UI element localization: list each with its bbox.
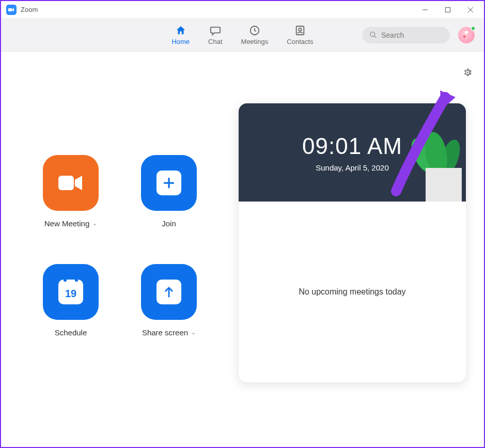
share-screen-label-row[interactable]: Share screen ⌄ [142, 328, 196, 337]
home-icon [175, 24, 187, 37]
action-share-screen: Share screen ⌄ [120, 264, 218, 337]
calendar-header: 09:01 AM Sunday, April 5, 2020 [239, 103, 466, 202]
action-new-meeting: New Meeting ⌄ [22, 155, 120, 228]
chevron-down-icon: ⌄ [92, 220, 97, 227]
svg-line-9 [374, 36, 376, 38]
calendar-ring-icon [64, 276, 67, 282]
contacts-icon [294, 24, 306, 37]
action-join: Join [120, 155, 218, 228]
minimize-button[interactable] [414, 2, 436, 18]
calendar-panel: 09:01 AM Sunday, April 5, 2020 No upcomi… [239, 52, 484, 447]
clock-icon [248, 24, 261, 37]
plus-icon [162, 176, 176, 190]
window-controls [414, 2, 482, 18]
share-screen-button[interactable] [141, 264, 197, 320]
chevron-down-icon: ⌄ [191, 329, 196, 336]
schedule-label: Schedule [55, 328, 87, 337]
tab-chat[interactable]: Chat [208, 24, 222, 45]
svg-rect-0 [8, 8, 12, 11]
tab-contacts-label: Contacts [287, 38, 313, 45]
tab-meetings-label: Meetings [241, 38, 269, 45]
calendar-card: 09:01 AM Sunday, April 5, 2020 No upcomi… [239, 103, 466, 382]
calendar-body: No upcoming meetings today [239, 202, 466, 382]
svg-point-7 [299, 28, 302, 31]
calendar-ring-icon [75, 276, 78, 282]
plant-illustration [415, 129, 462, 202]
tab-chat-label: Chat [208, 38, 222, 45]
profile-avatar[interactable] [458, 27, 475, 43]
tab-home-label: Home [171, 38, 190, 45]
video-icon [57, 174, 84, 192]
zoom-app-icon [6, 5, 17, 15]
search-input[interactable]: Search [362, 27, 450, 43]
titlebar-left: Zoom [6, 5, 38, 15]
actions-panel: New Meeting ⌄ Join [1, 52, 239, 447]
svg-rect-10 [58, 176, 74, 190]
current-time: 09:01 AM [302, 133, 402, 159]
svg-point-8 [370, 32, 375, 37]
search-placeholder: Search [381, 31, 404, 39]
gear-icon [462, 67, 473, 78]
app-title: Zoom [21, 6, 38, 13]
search-icon [369, 31, 377, 39]
close-button[interactable] [459, 2, 482, 18]
tab-meetings[interactable]: Meetings [241, 24, 269, 45]
no-meetings-message: No upcoming meetings today [299, 287, 405, 297]
action-schedule: 19 Schedule [22, 264, 120, 337]
maximize-button[interactable] [436, 2, 459, 18]
tab-home[interactable]: Home [171, 24, 190, 45]
main-content: New Meeting ⌄ Join [1, 52, 484, 447]
chat-icon [209, 24, 222, 37]
tab-contacts[interactable]: Contacts [287, 24, 313, 45]
share-screen-label: Share screen [142, 328, 188, 337]
join-label: Join [162, 219, 176, 228]
calendar-day: 19 [65, 288, 76, 300]
status-online-indicator [471, 26, 476, 31]
current-date: Sunday, April 5, 2020 [316, 163, 389, 172]
schedule-button[interactable]: 19 [43, 264, 99, 320]
join-button[interactable] [141, 155, 197, 211]
new-meeting-button[interactable] [43, 155, 99, 211]
settings-button[interactable] [462, 67, 473, 80]
new-meeting-label-row[interactable]: New Meeting ⌄ [44, 219, 98, 228]
arrow-up-icon [163, 285, 175, 299]
svg-rect-2 [446, 7, 450, 12]
nav-tabs: Home Chat Meetings Contacts [171, 24, 313, 45]
toolbar-right: Search [362, 27, 475, 43]
window-titlebar: Zoom [1, 1, 484, 19]
main-toolbar: Home Chat Meetings Contacts Search [1, 19, 484, 52]
new-meeting-label: New Meeting [44, 219, 90, 228]
